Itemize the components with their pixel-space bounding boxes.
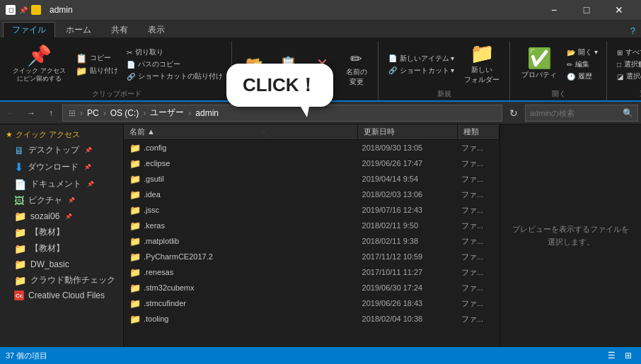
select-none-label: 選択解除 bbox=[624, 59, 641, 69]
file-type: ファ... bbox=[458, 252, 499, 262]
table-row[interactable]: 📁 .tooling 2018/02/04 10:38 ファ... bbox=[124, 311, 499, 327]
search-box[interactable]: 🔍 bbox=[525, 105, 638, 122]
select-none-button[interactable]: □ 選択解除 bbox=[614, 59, 641, 70]
sidebar-item-kyozai1[interactable]: 📁 【教材】 bbox=[0, 224, 123, 240]
table-row[interactable]: 📁 .PyCharmCE2017.2 2017/11/12 10:59 ファ..… bbox=[124, 249, 499, 264]
tab-share[interactable]: 共有 bbox=[102, 22, 137, 37]
ribbon-group-clipboard: 📌 クイック アクセスにピン留めする 📋 コピー 📁 貼り付け ✂ 切り取り bbox=[3, 41, 232, 100]
pin-badge-desktop: 📌 bbox=[85, 147, 92, 153]
breadcrumb-admin[interactable]: admin bbox=[195, 108, 219, 118]
table-row[interactable]: 📁 .idea 2018/02/03 13:06 ファ... bbox=[124, 187, 499, 202]
file-date: 2017/10/11 11:27 bbox=[359, 268, 458, 276]
table-row[interactable]: 📁 .keras 2018/02/11 9:50 ファ... bbox=[124, 218, 499, 233]
download-icon: ⬇ bbox=[14, 160, 23, 174]
tab-file[interactable]: ファイル bbox=[3, 22, 55, 37]
col-header-date[interactable]: 更新日時 bbox=[358, 124, 458, 139]
folder-icon-cloud: 📁 bbox=[14, 275, 26, 286]
forward-button[interactable]: → bbox=[23, 105, 40, 122]
edit-button[interactable]: ✏ 編集 bbox=[564, 59, 601, 70]
breadcrumb-users[interactable]: ユーザー bbox=[150, 107, 184, 119]
sidebar-label-cloud-check: クラウド動作チェック bbox=[30, 274, 115, 286]
sep-4: › bbox=[188, 108, 191, 118]
sidebar-item-cloud-check[interactable]: 📁 クラウド動作チェック bbox=[0, 272, 123, 288]
sidebar-label-sozai06: sozai06 bbox=[30, 211, 59, 221]
maximize-button[interactable]: □ bbox=[570, 0, 603, 20]
new-item-button[interactable]: 📄 新しいアイテム ▾ bbox=[386, 53, 458, 64]
table-row[interactable]: 📁 .renesas 2017/10/11 11:27 ファ... bbox=[124, 264, 499, 280]
open-group-label: 開く bbox=[552, 88, 566, 100]
tab-home[interactable]: ホーム bbox=[57, 22, 100, 37]
table-row[interactable]: 📁 .config 2018/09/30 13:05 ファ... bbox=[124, 140, 499, 155]
open-button[interactable]: 📂 開く ▾ bbox=[564, 47, 601, 58]
tile-view-button[interactable]: ⊞ bbox=[621, 349, 635, 362]
file-name: .keras bbox=[144, 221, 165, 230]
sidebar-label-kyozai1: 【教材】 bbox=[30, 226, 64, 238]
file-date: 2019/06/26 17:47 bbox=[359, 159, 458, 168]
table-row[interactable]: 📁 .matplotlib 2018/02/11 9:38 ファ... bbox=[124, 233, 499, 249]
back-button[interactable]: ← bbox=[3, 105, 20, 122]
file-type: ファ... bbox=[458, 236, 499, 247]
table-row[interactable]: 📁 .stmcufinder 2019/06/26 18:43 ファ... bbox=[124, 295, 499, 311]
doc-icon: 📄 bbox=[14, 179, 26, 190]
select-all-button[interactable]: ⊞ すべて選択 bbox=[614, 47, 641, 58]
minimize-button[interactable]: − bbox=[538, 0, 570, 20]
cut-button[interactable]: ✂ 切り取り bbox=[124, 47, 226, 58]
folder-icon-kyozai1: 📁 bbox=[14, 227, 26, 238]
new-folder-button[interactable]: 📁 新しいフォルダー bbox=[460, 41, 504, 88]
table-row[interactable]: 📁 .eclipse 2019/06/26 17:47 ファ... bbox=[124, 155, 499, 171]
file-date: 2019/06/26 18:43 bbox=[359, 299, 458, 307]
copy-button[interactable]: 📋 コピー bbox=[73, 52, 121, 64]
history-button[interactable]: 🕐 履歴 bbox=[564, 71, 601, 82]
up-button[interactable]: ↑ bbox=[42, 105, 59, 122]
shortcut-button[interactable]: 🔗 ショートカット ▾ bbox=[386, 65, 458, 76]
sidebar-item-documents[interactable]: 📄 ドキュメント 📌 bbox=[0, 176, 123, 192]
open-label: 開く ▾ bbox=[578, 47, 598, 57]
folder-icon: 📁 bbox=[129, 143, 141, 153]
refresh-button[interactable]: ↻ bbox=[505, 105, 522, 122]
col-header-name[interactable]: 名前 ▲ bbox=[124, 124, 358, 139]
table-row[interactable]: 📁 .gsutil 2019/04/14 9:54 ファ... bbox=[124, 171, 499, 187]
quick-access-pin-button[interactable]: 📌 クイック アクセスにピン留めする bbox=[8, 43, 70, 86]
help-button[interactable]: ? bbox=[625, 24, 641, 37]
file-name: .PyCharmCE2017.2 bbox=[144, 252, 213, 261]
history-icon: 🕐 bbox=[567, 73, 575, 81]
file-date: 2018/02/04 10:38 bbox=[359, 315, 458, 323]
path-copy-button[interactable]: 📄 パスのコピー bbox=[124, 59, 226, 70]
sidebar-item-sozai06[interactable]: 📁 sozai06 📌 bbox=[0, 209, 123, 224]
shortcut-paste-button[interactable]: 🔗 ショートカットの貼り付け bbox=[124, 71, 226, 82]
new-folder-icon: 📁 bbox=[470, 44, 495, 64]
view-controls: ☰ ⊞ bbox=[604, 349, 635, 362]
sidebar-item-download[interactable]: ⬇ ダウンロード 📌 bbox=[0, 158, 123, 176]
close-button[interactable]: ✕ bbox=[603, 0, 635, 20]
list-view-button[interactable]: ☰ bbox=[604, 349, 618, 362]
tab-view[interactable]: 表示 bbox=[139, 22, 174, 37]
status-bar: 37 個の項目 ☰ ⊞ bbox=[0, 347, 641, 364]
sidebar-label-pictures: ピクチャ bbox=[28, 194, 62, 206]
cut-icon: ✂ bbox=[127, 49, 132, 57]
table-row[interactable]: 📁 .stm32cubemx 2019/06/30 17:24 ファ... bbox=[124, 280, 499, 295]
breadcrumb-os[interactable]: OS (C:) bbox=[110, 108, 139, 118]
sidebar-item-creative-cloud[interactable]: Cc Creative Cloud Files bbox=[0, 288, 123, 303]
quick-access-header[interactable]: ★ クイック アクセス bbox=[0, 127, 123, 142]
preview-text: プレビューを表示するファイルを選択します。 bbox=[500, 212, 641, 259]
sidebar-label-download: ダウンロード bbox=[28, 161, 79, 173]
sidebar-item-pictures[interactable]: 🖼 ピクチャ 📌 bbox=[0, 192, 123, 209]
invert-selection-button[interactable]: ◪ 選択の切り替え bbox=[614, 71, 641, 82]
file-name: .idea bbox=[144, 190, 161, 199]
file-type: ファ... bbox=[458, 143, 499, 153]
breadcrumb-pc[interactable]: PC bbox=[87, 108, 99, 118]
rename-button[interactable]: ✏ 名前の変更 bbox=[341, 50, 372, 88]
sidebar-item-dwbasic[interactable]: 📁 DW_basic bbox=[0, 257, 123, 272]
sidebar-item-desktop[interactable]: 🖥 デスクトップ 📌 bbox=[0, 142, 123, 158]
file-date: 2018/02/11 9:50 bbox=[359, 221, 458, 230]
properties-button[interactable]: ✅ プロパティ bbox=[517, 46, 561, 83]
sidebar-item-kyozai2[interactable]: 📁 【教材】 bbox=[0, 240, 123, 257]
shortcut-icon: 🔗 bbox=[388, 66, 397, 74]
properties-label: プロパティ bbox=[521, 70, 557, 80]
ribbon-group-properties: ✅ プロパティ 📂 開く ▾ ✏ 編集 🕐 履歴 開く bbox=[512, 41, 607, 100]
table-row[interactable]: 📁 .jssc 2019/07/16 12:43 ファ... bbox=[124, 202, 499, 218]
search-input[interactable] bbox=[530, 109, 620, 117]
address-bar[interactable]: ⊞ › PC › OS (C:) › ユーザー › admin bbox=[62, 105, 502, 122]
paste-button[interactable]: 📁 貼り付け bbox=[73, 65, 121, 77]
col-header-type[interactable]: 種類 bbox=[458, 124, 499, 139]
